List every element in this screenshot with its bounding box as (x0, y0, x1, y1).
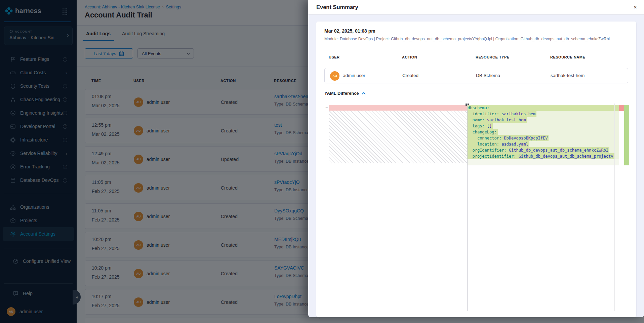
yaml-diff-editor: − ++++++++++ dbschema: identifier: sarth… (324, 104, 629, 311)
yaml-line (468, 159, 619, 165)
yaml-line: changeLog: (468, 129, 619, 135)
summary-resource-name: sarthak-test-hem (551, 73, 585, 78)
overview-ruler-removed[interactable] (619, 105, 624, 111)
column-header-user: USER (329, 55, 340, 59)
column-header-action: ACTION (402, 55, 417, 59)
yaml-key: tags: (472, 124, 484, 128)
drawer-title: Event Summary (316, 4, 358, 10)
yaml-value: [] (487, 124, 492, 128)
yaml-value: sarthak-test-hem (487, 118, 526, 122)
column-header-resource-type: RESOURCE TYPE (476, 55, 510, 59)
summary-action: Created (402, 73, 418, 78)
yaml-line: projectIdentifier: Github_db_devops_aut_… (468, 153, 619, 159)
yaml-line: location: asdsad.yaml (468, 141, 619, 147)
yaml-value: asdsad.yaml (501, 142, 528, 147)
yaml-line: tags: [] (468, 123, 619, 129)
event-context: Module: Database DevOps | Project: Githu… (324, 37, 629, 41)
diff-removed-line (329, 105, 467, 111)
yaml-line: identifier: sarthaktesthem (468, 111, 619, 117)
yaml-value: DbDevopsoBKpcpIfEV (504, 136, 548, 140)
diff-removed-marker: − (324, 105, 329, 111)
yaml-value: Github_db_devops_aut_db_schema_projectv (519, 154, 613, 159)
yaml-difference-label: YAML Difference (324, 91, 359, 96)
yaml-difference-toggle[interactable]: YAML Difference (324, 91, 366, 96)
diff-editor-edge (614, 104, 615, 311)
summary-resource-type: DB Schema (476, 73, 500, 78)
yaml-key: location: (477, 142, 499, 147)
chevron-up-icon (362, 92, 366, 95)
diff-empty-region (329, 111, 467, 163)
overview-ruler-added[interactable] (624, 105, 629, 165)
yaml-line: connector: DbDevopsoBKpcpIfEV (468, 135, 619, 141)
yaml-line: dbschema: (468, 105, 619, 111)
summary-table-row: AU admin user Created DB Schema sarthak-… (324, 68, 628, 83)
event-card: Mar 02, 2025, 01:08 pm Module: Database … (316, 22, 636, 317)
yaml-key: orgIdentifier: (472, 148, 506, 153)
yaml-key: name: (472, 118, 484, 122)
yaml-line: orgIdentifier: Github_db_devops_aut_db_s… (468, 147, 619, 153)
yaml-key: projectIdentifier: (472, 154, 516, 159)
diff-added-lines: dbschema: identifier: sarthaktesthem nam… (468, 105, 619, 165)
yaml-key: connector: (477, 136, 501, 140)
yaml-value: Github_db_devops_aut_db_schema_ehnkcZwRb… (509, 148, 608, 153)
app-window: harness ACCOUNT Abhinav - Kitchen Sin...… (0, 0, 644, 323)
close-icon[interactable]: × (631, 3, 639, 11)
yaml-value: sarthaktesthem (501, 112, 535, 116)
drawer-header: Event Summary × (308, 0, 644, 15)
column-header-resource-name: RESOURCE NAME (550, 55, 585, 59)
yaml-line: name: sarthak-test-hem (468, 117, 619, 123)
yaml-key: dbschema: (468, 106, 489, 110)
yaml-key: changeLog: (472, 130, 496, 134)
event-timestamp: Mar 02, 2025, 01:08 pm (324, 28, 375, 34)
event-summary-drawer: Event Summary × Mar 02, 2025, 01:08 pm M… (308, 0, 644, 317)
summary-user: admin user (343, 73, 365, 78)
avatar: AU (330, 71, 339, 81)
yaml-key: identifier: (472, 112, 499, 116)
